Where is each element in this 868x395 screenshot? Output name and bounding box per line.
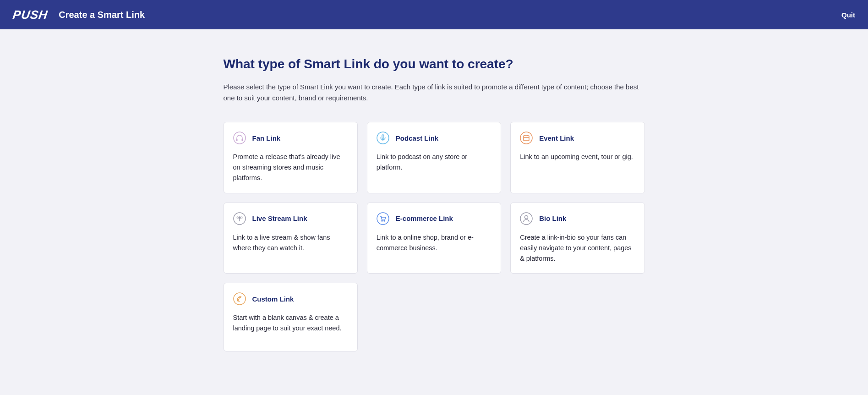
card-title: Bio Link: [539, 214, 566, 222]
person-icon: [520, 212, 533, 225]
svg-point-16: [384, 220, 385, 221]
card-custom-link[interactable]: Custom Link Start with a blank canvas & …: [224, 283, 358, 351]
svg-rect-4: [382, 135, 384, 138]
stream-icon: [233, 212, 246, 225]
card-header: Live Stream Link: [233, 212, 348, 225]
card-header: Bio Link: [520, 212, 635, 225]
svg-rect-7: [524, 136, 529, 141]
card-description: Link to podcast on any store or platform…: [377, 152, 491, 173]
card-bio-link[interactable]: Bio Link Create a link-in-bio so your fa…: [510, 203, 644, 274]
fingerprint-icon: [233, 292, 246, 305]
header-left: PUSH Create a Smart Link: [13, 8, 145, 22]
page-heading: What type of Smart Link do you want to c…: [224, 57, 645, 71]
card-header: Custom Link: [233, 292, 348, 305]
svg-point-12: [239, 217, 240, 219]
headphones-icon: [233, 132, 246, 144]
cart-icon: [377, 212, 389, 225]
card-description: Start with a blank canvas & create a lan…: [233, 313, 348, 334]
svg-point-6: [520, 132, 532, 144]
svg-point-15: [382, 220, 382, 221]
card-header: Podcast Link: [377, 132, 491, 144]
card-title: Podcast Link: [396, 134, 438, 142]
card-title: Fan Link: [252, 134, 281, 142]
card-description: Link to a online shop, brand or e-commer…: [377, 232, 491, 253]
card-live-stream-link[interactable]: Live Stream Link Link to a live stream &…: [224, 203, 358, 274]
svg-point-0: [234, 132, 246, 144]
svg-point-18: [525, 215, 528, 219]
card-podcast-link[interactable]: Podcast Link Link to podcast on any stor…: [367, 122, 501, 193]
content: What type of Smart Link do you want to c…: [214, 29, 654, 370]
card-header: E-commerce Link: [377, 212, 491, 225]
cards-grid: Fan Link Promote a release that's alread…: [224, 122, 645, 351]
header-title: Create a Smart Link: [59, 10, 145, 20]
card-header: Fan Link: [233, 132, 348, 144]
card-ecommerce-link[interactable]: E-commerce Link Link to a online shop, b…: [367, 203, 501, 274]
card-fan-link[interactable]: Fan Link Promote a release that's alread…: [224, 122, 358, 193]
card-title: Custom Link: [252, 295, 294, 303]
card-event-link[interactable]: Event Link Link to an upcoming event, to…: [510, 122, 644, 193]
svg-rect-1: [236, 139, 237, 141]
microphone-icon: [377, 132, 389, 144]
card-description: Create a link-in-bio so your fans can ea…: [520, 232, 635, 264]
card-title: Event Link: [539, 134, 574, 142]
card-title: E-commerce Link: [396, 214, 453, 222]
svg-point-14: [377, 213, 389, 225]
card-description: Link to a live stream & show fans where …: [233, 232, 348, 253]
logo: PUSH: [12, 8, 49, 22]
quit-button[interactable]: Quit: [841, 11, 855, 19]
card-title: Live Stream Link: [252, 214, 307, 222]
card-description: Link to an upcoming event, tour or gig.: [520, 152, 635, 162]
calendar-icon: [520, 132, 533, 144]
svg-rect-2: [241, 139, 243, 141]
card-description: Promote a release that's already live on…: [233, 152, 348, 184]
page-description: Please select the type of Smart Link you…: [224, 82, 645, 104]
svg-point-3: [377, 132, 389, 144]
header: PUSH Create a Smart Link Quit: [0, 0, 868, 29]
card-header: Event Link: [520, 132, 635, 144]
